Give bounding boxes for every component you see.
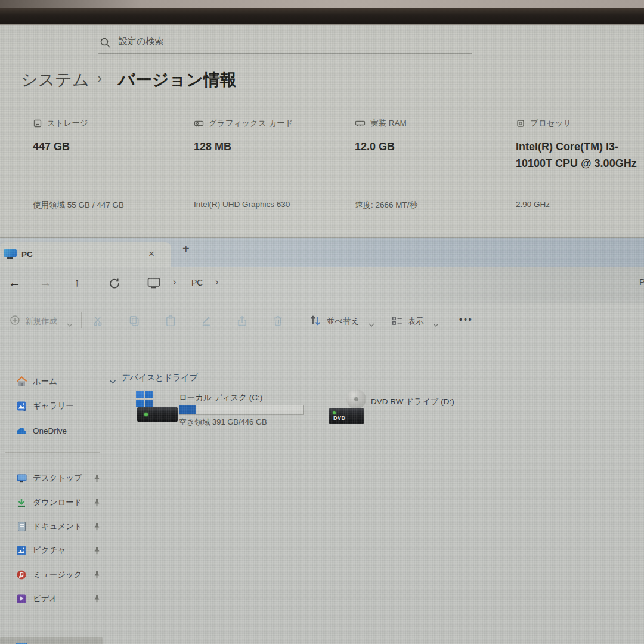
tab-title: PC	[21, 250, 33, 259]
storage-value: 447 GB	[33, 138, 158, 155]
drive-c-name: ローカル ディスク (C:)	[179, 392, 262, 403]
cpu-icon	[516, 119, 525, 128]
sidebar-item-gallery[interactable]: ギャラリー	[0, 397, 104, 415]
copy-icon[interactable]	[128, 315, 140, 329]
tab-close-icon[interactable]: ×	[148, 248, 154, 260]
sidebar-item-label: OneDrive	[33, 426, 67, 435]
capacity-bar	[179, 405, 304, 415]
ram-speed: 速度: 2666 MT/秒	[355, 200, 417, 210]
gpu-label-text: グラフィックス カード	[209, 118, 293, 129]
settings-search-input[interactable]: 設定の検索	[119, 36, 163, 47]
gpu-name: Intel(R) UHD Graphics 630	[194, 200, 290, 209]
address-chevron-icon-2[interactable]: ›	[215, 277, 218, 287]
drive-c-free-space: 空き領域 391 GB/446 GB	[179, 417, 267, 428]
breadcrumb-system[interactable]: システム	[21, 69, 89, 91]
capacity-bar-fill	[179, 405, 196, 414]
search-underline	[98, 53, 472, 54]
view-button[interactable]: 表示	[408, 316, 424, 327]
ram-value: 12.0 GB	[355, 138, 480, 155]
refresh-button[interactable]	[109, 277, 120, 292]
cut-icon[interactable]	[92, 315, 104, 329]
windows-flag-icon	[136, 391, 154, 408]
drive-d-name: DVD RW ドライブ (D:)	[371, 397, 454, 407]
sidebar-item-home[interactable]: ホーム	[0, 373, 104, 391]
gallery-icon	[16, 400, 27, 412]
pin-icon	[93, 474, 101, 485]
home-icon	[16, 376, 27, 388]
cpu-label-text: プロセッサ	[530, 118, 571, 129]
sidebar-item-onedrive[interactable]: OneDrive	[0, 422, 104, 439]
settings-window: 設定の検索 システム › バージョン情報 ストレージ グラフィックス カード	[0, 25, 644, 237]
pictures-icon	[16, 544, 27, 556]
address-chevron-icon[interactable]: ›	[173, 277, 176, 287]
new-item-button[interactable]: 新規作成	[25, 316, 57, 327]
sidebar-item-documents[interactable]: ドキュメント	[0, 518, 104, 535]
monitor-bezel	[0, 8, 644, 25]
sidebar-item-label: デスクトップ	[33, 473, 82, 484]
back-button[interactable]: ←	[8, 275, 21, 290]
sidebar-item-label: ギャラリー	[33, 401, 74, 411]
storage-usage: 使用領域 55 GB / 447 GB	[33, 200, 124, 210]
explorer-nav-bar: ← → ↑ › PC › P	[0, 266, 644, 303]
hard-drive-icon	[137, 407, 178, 422]
share-icon[interactable]	[236, 315, 248, 329]
explorer-tab-bar: PC × +	[0, 237, 644, 267]
new-tab-button[interactable]: +	[182, 242, 190, 256]
tab-pc[interactable]: PC ×	[0, 242, 171, 267]
chevron-down-icon	[67, 319, 73, 330]
sidebar-item-music[interactable]: ミュージック	[0, 566, 104, 584]
pin-icon	[93, 595, 101, 605]
cpu-speed: 2.90 GHz	[516, 200, 550, 209]
address-location[interactable]: PC	[191, 278, 203, 287]
settings-divider-top	[18, 110, 644, 110]
address-pc-icon	[147, 277, 161, 292]
paste-icon[interactable]	[165, 315, 177, 329]
ram-icon	[355, 119, 366, 128]
sidebar-item-label: ダウンロード	[33, 497, 82, 508]
explorer-toolbar: 新規作成	[0, 303, 644, 338]
screen: 設定の検索 システム › バージョン情報 ストレージ グラフィックス カード	[0, 25, 644, 644]
devices-and-drives-header[interactable]: デバイスとドライブ	[121, 373, 198, 383]
sidebar-item-downloads[interactable]: ダウンロード	[0, 494, 104, 512]
breadcrumb-chevron-icon: ›	[97, 70, 102, 86]
sidebar-item-desktop[interactable]: デスクトップ	[0, 469, 104, 487]
cpu-value: Intel(R) Core(TM) i3-10100T CPU @ 3.00GH…	[516, 138, 641, 172]
ram-card-label: 実装 RAM	[355, 118, 407, 129]
documents-icon	[16, 521, 27, 532]
gpu-card-label: グラフィックス カード	[194, 118, 293, 129]
desktop-icon	[16, 472, 27, 484]
monitor-photo: 設定の検索 システム › バージョン情報 ストレージ グラフィックス カード	[0, 0, 644, 644]
dvd-disc-icon	[346, 389, 366, 409]
sidebar-item-pc[interactable]: PC	[0, 637, 103, 644]
toolbar-divider	[81, 312, 82, 328]
cpu-card-label: プロセッサ	[516, 118, 571, 129]
gpu-value: 128 MB	[194, 138, 319, 155]
dvd-drive-icon: DVD	[329, 408, 364, 424]
pc-icon	[16, 641, 27, 644]
videos-icon	[16, 593, 27, 605]
sort-icon	[309, 314, 322, 329]
forward-button: →	[39, 275, 52, 290]
gpu-icon	[194, 119, 204, 128]
rename-icon[interactable]	[200, 315, 212, 329]
dvd-badge: DVD	[333, 415, 346, 421]
up-button[interactable]: ↑	[74, 275, 80, 289]
pin-icon	[93, 499, 101, 509]
sidebar-item-pictures[interactable]: ピクチャ	[0, 541, 104, 559]
chevron-down-icon	[433, 319, 439, 330]
sidebar-item-videos[interactable]: ビデオ	[0, 590, 104, 608]
new-item-icon[interactable]	[10, 315, 20, 328]
pin-icon	[93, 522, 101, 533]
sidebar-item-label: ホーム	[33, 376, 57, 387]
settings-divider-bottom	[18, 194, 644, 194]
more-options-button[interactable]: •••	[459, 315, 473, 324]
view-icon	[391, 315, 403, 329]
delete-icon[interactable]	[272, 315, 284, 329]
search-icon	[100, 37, 111, 51]
search-box-partial[interactable]: P	[639, 277, 644, 287]
onedrive-icon	[16, 425, 27, 436]
sort-button[interactable]: 並べ替え	[327, 316, 360, 327]
pin-icon	[93, 571, 101, 581]
storage-card-label: ストレージ	[33, 118, 88, 129]
chevron-down-icon[interactable]	[109, 376, 116, 387]
